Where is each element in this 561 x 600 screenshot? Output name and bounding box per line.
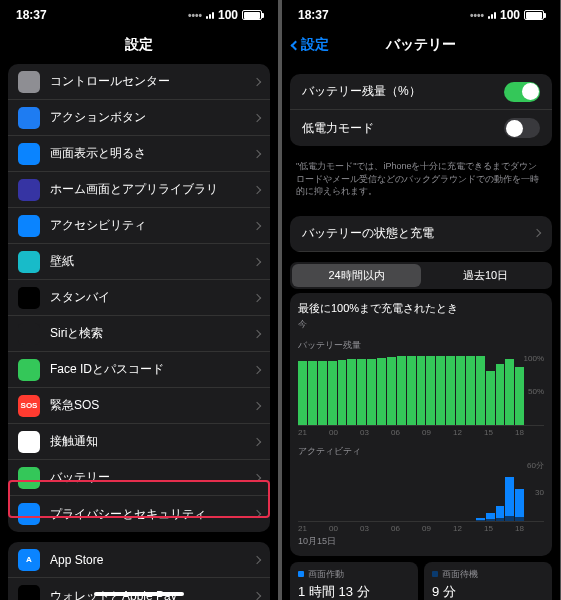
settings-row[interactable]: バッテリー	[8, 460, 270, 496]
row-icon: SOS	[18, 395, 40, 417]
row-icon	[18, 323, 40, 345]
chevron-right-icon	[253, 77, 261, 85]
chevron-right-icon	[253, 510, 261, 518]
row-icon	[18, 107, 40, 129]
wifi-icon	[206, 12, 214, 19]
row-label: アクションボタン	[50, 109, 244, 126]
row-icon	[18, 287, 40, 309]
toggle-switch[interactable]	[504, 118, 540, 138]
row-label: 画面表示と明るさ	[50, 145, 244, 162]
settings-row[interactable]: ホーム画面とアプリライブラリ	[8, 172, 270, 208]
battery-level-chart: 100% 50%	[298, 356, 544, 426]
row-icon	[18, 71, 40, 93]
settings-row[interactable]: アクションボタン	[8, 100, 270, 136]
settings-group-main: コントロールセンターアクションボタン画面表示と明るさホーム画面とアプリライブラリ…	[8, 64, 270, 532]
chevron-right-icon	[253, 592, 261, 600]
row-label: 接触通知	[50, 433, 244, 450]
chevron-right-icon	[253, 149, 261, 157]
settings-screen: 18:37 •••• 100 設定 コントロールセンターアクションボタン画面表示…	[0, 0, 278, 600]
row-icon	[18, 467, 40, 489]
activity-label: アクティビティ	[298, 445, 544, 458]
battery-health-group: バッテリーの状態と充電	[290, 216, 552, 252]
status-time: 18:37	[298, 8, 329, 22]
row-icon: A	[18, 549, 40, 571]
settings-row[interactable]: Siriと検索	[8, 316, 270, 352]
settings-row[interactable]: コントロールセンター	[8, 64, 270, 100]
settings-row[interactable]: SOS緊急SOS	[8, 388, 270, 424]
row-icon	[18, 503, 40, 525]
battery-icon	[242, 10, 262, 20]
chevron-right-icon	[253, 437, 261, 445]
chevron-right-icon	[253, 473, 261, 481]
chevron-left-icon	[291, 40, 301, 50]
chevron-right-icon	[533, 229, 541, 237]
back-button[interactable]: 設定	[292, 36, 329, 54]
status-bar: 18:37 •••• 100	[0, 0, 278, 30]
row-label: コントロールセンター	[50, 73, 244, 90]
battery-health-row[interactable]: バッテリーの状態と充電	[290, 216, 552, 252]
usage-cell: 画面待機9 分	[424, 562, 552, 600]
time-range-segment[interactable]: 24時間以内 過去10日	[290, 262, 552, 289]
row-icon	[18, 359, 40, 381]
segment-10d[interactable]: 過去10日	[421, 264, 550, 287]
row-icon	[18, 179, 40, 201]
page-title: 設定	[0, 30, 278, 64]
date-label: 10月15日	[298, 535, 544, 548]
toggle-row: 低電力モード	[290, 110, 552, 146]
settings-row[interactable]: 接触通知	[8, 424, 270, 460]
usage-cell: 画面作動1 時間 13 分	[290, 562, 418, 600]
activity-chart: 60分 30	[298, 462, 544, 522]
row-label: 緊急SOS	[50, 397, 244, 414]
row-label: プライバシーとセキュリティ	[50, 506, 244, 523]
toggle-row: バッテリー残量（%）	[290, 74, 552, 110]
wifi-icon	[488, 12, 496, 19]
chevron-right-icon	[253, 113, 261, 121]
row-label: バッテリー	[50, 469, 244, 486]
row-label: 壁紙	[50, 253, 244, 270]
battery-level-label: バッテリー残量	[298, 339, 544, 352]
chevron-right-icon	[253, 365, 261, 373]
chevron-right-icon	[253, 401, 261, 409]
settings-row[interactable]: プライバシーとセキュリティ	[8, 496, 270, 532]
row-label: Siriと検索	[50, 325, 244, 342]
row-label: ホーム画面とアプリライブラリ	[50, 181, 244, 198]
settings-row[interactable]: 画面表示と明るさ	[8, 136, 270, 172]
row-icon	[18, 251, 40, 273]
battery-icon	[524, 10, 544, 20]
chart-container: 最後に100%まで充電されたとき 今 バッテリー残量 100% 50% 2100…	[290, 293, 552, 556]
last-charge-sub: 今	[298, 318, 544, 331]
row-icon	[18, 215, 40, 237]
settings-row[interactable]: ウォレットとApple Pay	[8, 578, 270, 600]
page-title: バッテリー	[386, 36, 456, 52]
row-icon	[18, 585, 40, 600]
toggle-label: 低電力モード	[302, 120, 374, 137]
segment-24h[interactable]: 24時間以内	[292, 264, 421, 287]
settings-row[interactable]: スタンバイ	[8, 280, 270, 316]
row-label: スタンバイ	[50, 289, 244, 306]
row-icon	[18, 431, 40, 453]
battery-screen: 18:37 •••• 100 設定 バッテリー バッテリー残量（%）低電力モード…	[282, 0, 560, 600]
home-indicator	[94, 592, 184, 596]
row-icon	[18, 143, 40, 165]
row-label: Face IDとパスコード	[50, 361, 244, 378]
settings-row[interactable]: AApp Store	[8, 542, 270, 578]
status-battery-pct: 100	[500, 8, 520, 22]
toggle-group: バッテリー残量（%）低電力モード	[290, 74, 552, 146]
status-time: 18:37	[16, 8, 47, 22]
chevron-right-icon	[253, 555, 261, 563]
low-power-footnote: "低電力モード"では、iPhoneを十分に充電できるまでダウンロードやメール受信…	[282, 156, 560, 206]
usage-summary: 画面作動1 時間 13 分画面待機9 分	[290, 562, 552, 600]
toggle-switch[interactable]	[504, 82, 540, 102]
chevron-right-icon	[253, 185, 261, 193]
row-label: App Store	[50, 553, 244, 567]
settings-row[interactable]: 壁紙	[8, 244, 270, 280]
settings-row[interactable]: アクセシビリティ	[8, 208, 270, 244]
chevron-right-icon	[253, 221, 261, 229]
row-label: アクセシビリティ	[50, 217, 244, 234]
status-battery-pct: 100	[218, 8, 238, 22]
toggle-label: バッテリー残量（%）	[302, 83, 421, 100]
chevron-right-icon	[253, 257, 261, 265]
status-bar: 18:37 •••• 100	[282, 0, 560, 30]
last-charge-title: 最後に100%まで充電されたとき	[298, 301, 544, 316]
settings-row[interactable]: Face IDとパスコード	[8, 352, 270, 388]
